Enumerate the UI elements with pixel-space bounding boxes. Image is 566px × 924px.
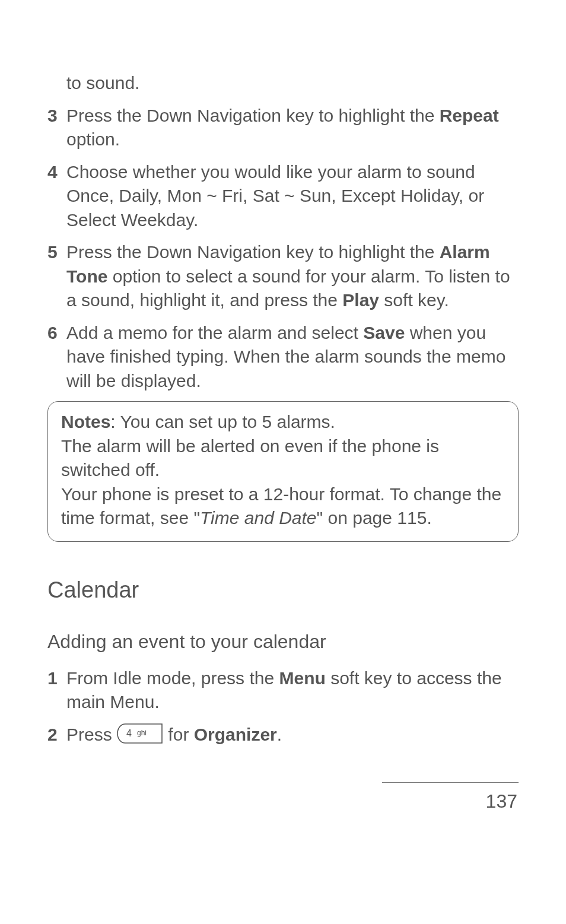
step-text: Press the Down Navigation key to highlig…: [66, 104, 519, 152]
step-text: From Idle mode, press the Menu soft key …: [66, 666, 519, 715]
step-3: 3 Press the Down Navigation key to highl…: [47, 104, 519, 152]
note-line-1: Notes: You can set up to 5 alarms.: [61, 410, 505, 434]
step-number: 5: [47, 240, 66, 313]
text-fragment: Press: [66, 725, 117, 744]
notes-label: Notes: [61, 412, 110, 431]
step-1: 1 From Idle mode, press the Menu soft ke…: [47, 666, 519, 715]
step-text: Press the Down Navigation key to highlig…: [66, 240, 519, 313]
svg-text:4: 4: [126, 728, 132, 738]
text-fragment: for: [163, 725, 194, 744]
step-text: Press 4 ghi for Organizer.: [66, 723, 519, 747]
note-line-3: Your phone is preset to a 12-hour format…: [61, 482, 505, 531]
text-fragment: option.: [66, 129, 120, 149]
step-number: 4: [47, 160, 66, 233]
step-text: to sound.: [66, 71, 519, 96]
notes-box: Notes: You can set up to 5 alarms. The a…: [47, 401, 519, 542]
text-fragment: " on page 115.: [317, 508, 432, 528]
text-fragment: : You can set up to 5 alarms.: [110, 412, 335, 431]
step-number: 6: [47, 321, 66, 393]
text-fragment: soft key.: [379, 290, 449, 310]
bold-term: Menu: [279, 668, 325, 688]
step-text: Add a memo for the alarm and select Save…: [66, 321, 519, 393]
text-fragment: Press the Down Navigation key to highlig…: [66, 106, 440, 125]
page-footer: 137: [47, 782, 519, 814]
text-fragment: Add a memo for the alarm and select: [66, 323, 363, 342]
section-heading-calendar: Calendar: [47, 575, 519, 605]
bold-term: Save: [363, 323, 405, 342]
step-number: 3: [47, 104, 66, 152]
step-number: 2: [47, 723, 66, 747]
step-2: 2 Press 4 ghi for Organizer.: [47, 723, 519, 747]
bold-term: Play: [342, 290, 379, 310]
bold-term: Repeat: [440, 106, 499, 125]
step-4: 4 Choose whether you would like your ala…: [47, 160, 519, 233]
step-5: 5 Press the Down Navigation key to highl…: [47, 240, 519, 313]
manual-page: to sound. 3 Press the Down Navigation ke…: [0, 0, 566, 844]
step-number: 1: [47, 666, 66, 715]
text-fragment: .: [277, 725, 282, 744]
key-4ghi-icon: 4 ghi: [117, 723, 163, 744]
step-text: Choose whether you would like your alarm…: [66, 160, 519, 233]
step-continuation: to sound.: [47, 71, 519, 96]
text-fragment: From Idle mode, press the: [66, 668, 279, 688]
page-number: 137: [382, 782, 519, 814]
step-6: 6 Add a memo for the alarm and select Sa…: [47, 321, 519, 393]
text-fragment: Press the Down Navigation key to highlig…: [66, 242, 440, 262]
bold-term: Organizer: [194, 725, 277, 744]
note-line-2: The alarm will be alerted on even if the…: [61, 434, 505, 482]
svg-text:ghi: ghi: [137, 729, 147, 737]
cross-reference: Time and Date: [200, 508, 317, 528]
subsection-heading: Adding an event to your calendar: [47, 629, 519, 655]
